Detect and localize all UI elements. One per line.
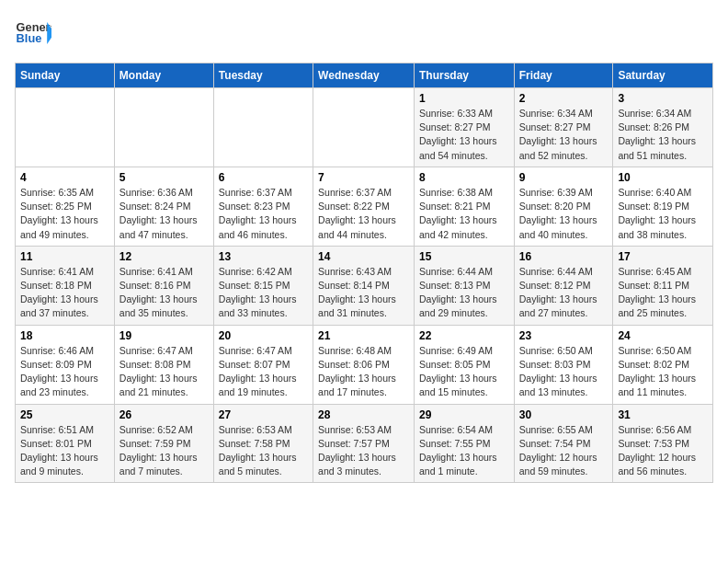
calendar-cell: 28Sunrise: 6:53 AM Sunset: 7:57 PM Dayli… (313, 404, 415, 483)
calendar-week-1: 1Sunrise: 6:33 AM Sunset: 8:27 PM Daylig… (16, 88, 713, 167)
calendar-cell: 31Sunrise: 6:56 AM Sunset: 7:53 PM Dayli… (613, 404, 713, 483)
day-number: 1 (419, 92, 509, 105)
calendar-cell: 23Sunrise: 6:50 AM Sunset: 8:03 PM Dayli… (514, 325, 613, 404)
day-number: 2 (519, 92, 609, 105)
cell-info: Sunrise: 6:49 AM Sunset: 8:05 PM Dayligh… (419, 344, 509, 400)
calendar-cell: 24Sunrise: 6:50 AM Sunset: 8:02 PM Dayli… (613, 325, 713, 404)
calendar-cell: 5Sunrise: 6:36 AM Sunset: 8:24 PM Daylig… (114, 167, 213, 246)
calendar-cell: 27Sunrise: 6:53 AM Sunset: 7:58 PM Dayli… (213, 404, 313, 483)
calendar-cell: 19Sunrise: 6:47 AM Sunset: 8:08 PM Dayli… (114, 325, 213, 404)
calendar-cell: 9Sunrise: 6:39 AM Sunset: 8:20 PM Daylig… (514, 167, 613, 246)
weekday-header-row: SundayMondayTuesdayWednesdayThursdayFrid… (16, 63, 713, 88)
calendar-cell: 16Sunrise: 6:44 AM Sunset: 8:12 PM Dayli… (514, 246, 613, 325)
calendar-cell: 15Sunrise: 6:44 AM Sunset: 8:13 PM Dayli… (414, 246, 514, 325)
logo: General Blue (15, 15, 57, 52)
calendar-cell: 14Sunrise: 6:43 AM Sunset: 8:14 PM Dayli… (313, 246, 415, 325)
calendar-cell: 20Sunrise: 6:47 AM Sunset: 8:07 PM Dayli… (213, 325, 313, 404)
cell-info: Sunrise: 6:54 AM Sunset: 7:55 PM Dayligh… (419, 423, 509, 479)
calendar-cell: 10Sunrise: 6:40 AM Sunset: 8:19 PM Dayli… (613, 167, 713, 246)
cell-info: Sunrise: 6:38 AM Sunset: 8:21 PM Dayligh… (419, 186, 509, 242)
calendar-cell: 1Sunrise: 6:33 AM Sunset: 8:27 PM Daylig… (414, 88, 514, 167)
cell-info: Sunrise: 6:50 AM Sunset: 8:02 PM Dayligh… (618, 344, 708, 400)
calendar-cell: 13Sunrise: 6:42 AM Sunset: 8:15 PM Dayli… (213, 246, 313, 325)
weekday-monday: Monday (114, 63, 213, 88)
cell-info: Sunrise: 6:48 AM Sunset: 8:06 PM Dayligh… (318, 344, 409, 400)
cell-info: Sunrise: 6:35 AM Sunset: 8:25 PM Dayligh… (20, 186, 109, 242)
day-number: 20 (219, 329, 308, 342)
calendar-cell (213, 88, 313, 167)
calendar-week-5: 25Sunrise: 6:51 AM Sunset: 8:01 PM Dayli… (16, 404, 713, 483)
cell-info: Sunrise: 6:47 AM Sunset: 8:08 PM Dayligh… (119, 344, 209, 400)
cell-info: Sunrise: 6:41 AM Sunset: 8:18 PM Dayligh… (20, 265, 109, 321)
calendar-body: 1Sunrise: 6:33 AM Sunset: 8:27 PM Daylig… (16, 88, 713, 483)
day-number: 3 (618, 92, 708, 105)
calendar-cell: 18Sunrise: 6:46 AM Sunset: 8:09 PM Dayli… (16, 325, 115, 404)
weekday-sunday: Sunday (16, 63, 115, 88)
calendar-cell: 25Sunrise: 6:51 AM Sunset: 8:01 PM Dayli… (16, 404, 115, 483)
calendar-cell: 29Sunrise: 6:54 AM Sunset: 7:55 PM Dayli… (414, 404, 514, 483)
day-number: 23 (519, 329, 609, 342)
calendar-week-4: 18Sunrise: 6:46 AM Sunset: 8:09 PM Dayli… (16, 325, 713, 404)
cell-info: Sunrise: 6:51 AM Sunset: 8:01 PM Dayligh… (20, 423, 109, 479)
cell-info: Sunrise: 6:41 AM Sunset: 8:16 PM Dayligh… (119, 265, 209, 321)
weekday-thursday: Thursday (414, 63, 514, 88)
cell-info: Sunrise: 6:50 AM Sunset: 8:03 PM Dayligh… (519, 344, 609, 400)
calendar-table: SundayMondayTuesdayWednesdayThursdayFrid… (15, 63, 713, 483)
cell-info: Sunrise: 6:44 AM Sunset: 8:12 PM Dayligh… (519, 265, 609, 321)
cell-info: Sunrise: 6:55 AM Sunset: 7:54 PM Dayligh… (519, 423, 609, 479)
calendar-cell: 11Sunrise: 6:41 AM Sunset: 8:18 PM Dayli… (16, 246, 115, 325)
day-number: 9 (519, 171, 609, 184)
calendar-cell: 17Sunrise: 6:45 AM Sunset: 8:11 PM Dayli… (613, 246, 713, 325)
day-number: 31 (618, 408, 708, 421)
calendar-cell: 21Sunrise: 6:48 AM Sunset: 8:06 PM Dayli… (313, 325, 415, 404)
cell-info: Sunrise: 6:43 AM Sunset: 8:14 PM Dayligh… (318, 265, 409, 321)
calendar-cell: 6Sunrise: 6:37 AM Sunset: 8:23 PM Daylig… (213, 167, 313, 246)
calendar-cell (16, 88, 115, 167)
day-number: 16 (519, 250, 609, 263)
cell-info: Sunrise: 6:34 AM Sunset: 8:27 PM Dayligh… (519, 107, 609, 163)
weekday-friday: Friday (514, 63, 613, 88)
calendar-cell (114, 88, 213, 167)
weekday-saturday: Saturday (613, 63, 713, 88)
calendar-week-2: 4Sunrise: 6:35 AM Sunset: 8:25 PM Daylig… (16, 167, 713, 246)
day-number: 15 (419, 250, 509, 263)
calendar-cell (313, 88, 415, 167)
day-number: 13 (219, 250, 308, 263)
cell-info: Sunrise: 6:53 AM Sunset: 7:58 PM Dayligh… (219, 423, 308, 479)
weekday-tuesday: Tuesday (213, 63, 313, 88)
day-number: 22 (419, 329, 509, 342)
cell-info: Sunrise: 6:47 AM Sunset: 8:07 PM Dayligh… (219, 344, 308, 400)
logo-icon: General Blue (15, 15, 51, 52)
calendar-cell: 3Sunrise: 6:34 AM Sunset: 8:26 PM Daylig… (613, 88, 713, 167)
cell-info: Sunrise: 6:42 AM Sunset: 8:15 PM Dayligh… (219, 265, 308, 321)
cell-info: Sunrise: 6:37 AM Sunset: 8:23 PM Dayligh… (219, 186, 308, 242)
day-number: 25 (20, 408, 109, 421)
calendar-week-3: 11Sunrise: 6:41 AM Sunset: 8:18 PM Dayli… (16, 246, 713, 325)
svg-text:Blue: Blue (17, 31, 42, 45)
day-number: 18 (20, 329, 109, 342)
day-number: 21 (318, 329, 409, 342)
cell-info: Sunrise: 6:34 AM Sunset: 8:26 PM Dayligh… (618, 107, 708, 163)
day-number: 11 (20, 250, 109, 263)
cell-info: Sunrise: 6:52 AM Sunset: 7:59 PM Dayligh… (119, 423, 209, 479)
calendar-cell: 4Sunrise: 6:35 AM Sunset: 8:25 PM Daylig… (16, 167, 115, 246)
cell-info: Sunrise: 6:46 AM Sunset: 8:09 PM Dayligh… (20, 344, 109, 400)
calendar-cell: 30Sunrise: 6:55 AM Sunset: 7:54 PM Dayli… (514, 404, 613, 483)
cell-info: Sunrise: 6:39 AM Sunset: 8:20 PM Dayligh… (519, 186, 609, 242)
cell-info: Sunrise: 6:36 AM Sunset: 8:24 PM Dayligh… (119, 186, 209, 242)
day-number: 12 (119, 250, 209, 263)
calendar-cell: 12Sunrise: 6:41 AM Sunset: 8:16 PM Dayli… (114, 246, 213, 325)
day-number: 27 (219, 408, 308, 421)
day-number: 5 (119, 171, 209, 184)
day-number: 24 (618, 329, 708, 342)
calendar-cell: 26Sunrise: 6:52 AM Sunset: 7:59 PM Dayli… (114, 404, 213, 483)
day-number: 29 (419, 408, 509, 421)
cell-info: Sunrise: 6:56 AM Sunset: 7:53 PM Dayligh… (618, 423, 708, 479)
day-number: 30 (519, 408, 609, 421)
calendar-cell: 22Sunrise: 6:49 AM Sunset: 8:05 PM Dayli… (414, 325, 514, 404)
calendar-cell: 2Sunrise: 6:34 AM Sunset: 8:27 PM Daylig… (514, 88, 613, 167)
day-number: 28 (318, 408, 409, 421)
calendar-cell: 7Sunrise: 6:37 AM Sunset: 8:22 PM Daylig… (313, 167, 415, 246)
day-number: 10 (618, 171, 708, 184)
day-number: 26 (119, 408, 209, 421)
